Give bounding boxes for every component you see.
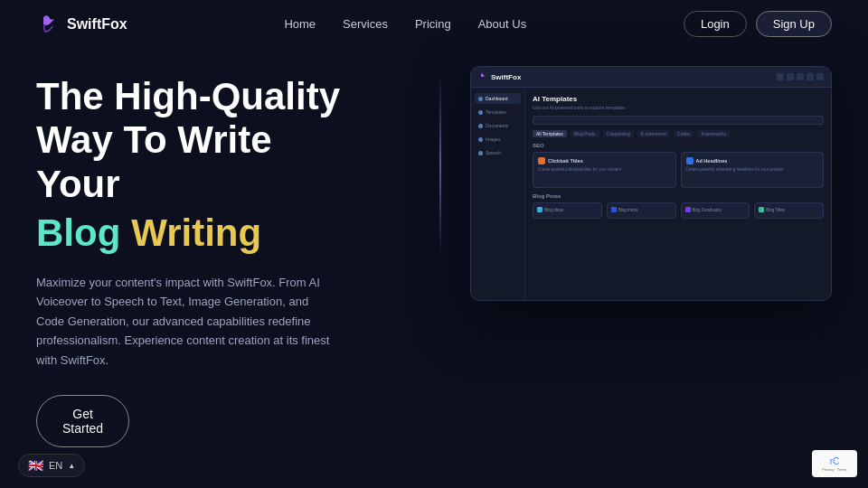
filter-tab-fw[interactable]: Frameworks xyxy=(697,130,730,137)
filter-tab-all[interactable]: All Templates xyxy=(533,130,567,137)
flag-icon: 🇬🇧 xyxy=(28,458,43,473)
sidebar-dot-1 xyxy=(478,97,483,101)
sidebar-dot-5 xyxy=(478,151,483,155)
card-blog-titles[interactable]: Blog Titles xyxy=(754,202,824,219)
topbar-icon-3 xyxy=(797,73,804,80)
app-cards-seo: Clickbait Titles Create powerful clickba… xyxy=(533,152,824,188)
blog-titles-top: Blog Titles xyxy=(759,207,819,212)
section-seo-label: SEO xyxy=(533,143,824,148)
word-blog: Blog xyxy=(36,211,120,255)
logo-text: SwiftFox xyxy=(67,16,127,33)
filter-tab-blog[interactable]: Blog Posts xyxy=(571,130,599,137)
blog-intros-icon xyxy=(611,207,617,212)
section-blog-label: Blog Posts xyxy=(533,193,824,199)
card-blog-intros[interactable]: Blog Intros xyxy=(607,202,676,219)
card-headlines-title: Ad Headlines xyxy=(696,158,728,164)
sidebar-item-dashboard[interactable]: Dashboard xyxy=(475,93,521,104)
topbar-icon-1 xyxy=(777,73,784,80)
app-logo-text: SwiftFox xyxy=(491,73,521,81)
card-clickbait-header: Clickbait Titles xyxy=(538,157,671,164)
app-bottom-row: Blog Ideas Blog Intros xyxy=(533,202,824,219)
card-clickbait-desc: Create powerful clickbait titles for you… xyxy=(538,167,671,173)
hero-title-line2: Way To Write xyxy=(36,118,272,161)
app-screenshot: SwiftFox Dashboard xyxy=(470,66,832,301)
hero-title: The High-Quality Way To Write Your xyxy=(36,75,452,206)
card-blog-conclusion[interactable]: Blog Conclusion xyxy=(681,202,750,219)
app-topbar: SwiftFox xyxy=(471,67,831,88)
lang-code: EN xyxy=(49,460,62,471)
nav-buttons: Login Sign Up xyxy=(684,11,832,37)
hero-animated: Blog Writing xyxy=(36,211,452,255)
hero-right: SwiftFox Dashboard xyxy=(470,66,832,301)
nav-home[interactable]: Home xyxy=(284,17,316,31)
hero-title-line1: The High-Quality xyxy=(36,75,340,117)
sidebar-label-2: Templates xyxy=(486,109,506,115)
nav-services[interactable]: Services xyxy=(343,17,388,31)
logo: SwiftFox xyxy=(36,12,127,37)
app-main-content: AI Templates Use our AI-powered tools to… xyxy=(525,88,831,299)
card-headlines-icon xyxy=(686,157,693,164)
card-clickbait-title: Clickbait Titles xyxy=(548,158,583,164)
filter-tab-ecom[interactable]: E-commerce xyxy=(637,130,670,137)
card-clickbait-icon xyxy=(538,157,545,164)
sidebar-label-4: Images xyxy=(486,136,500,142)
navigation: SwiftFox Home Services Pricing About Us … xyxy=(0,0,868,48)
blog-ideas-icon xyxy=(537,207,542,212)
card-headlines-desc: Create powerful advertising headlines fo… xyxy=(686,167,819,173)
card-headlines[interactable]: Ad Headlines Create powerful advertising… xyxy=(681,152,825,188)
hero-left: The High-Quality Way To Write Your Blog … xyxy=(36,75,470,447)
sidebar-item-speech[interactable]: Speech xyxy=(475,147,521,158)
sidebar-item-images[interactable]: Images xyxy=(475,134,521,145)
app-main-title: AI Templates xyxy=(533,95,824,103)
app-search-bar[interactable] xyxy=(533,116,824,125)
hero-divider xyxy=(439,75,441,256)
app-filter-tabs: All Templates Blog Posts Copywriting E-c… xyxy=(533,130,824,137)
chevron-icon: ▲ xyxy=(68,462,75,470)
sidebar-label-3: Documents xyxy=(486,123,508,128)
sidebar-dot-3 xyxy=(478,124,483,128)
app-topbar-icons xyxy=(777,73,824,80)
sidebar-item-templates[interactable]: Templates xyxy=(475,107,521,117)
sidebar-dot-4 xyxy=(478,137,483,142)
blog-titles-label: Blog Titles xyxy=(766,208,785,212)
topbar-icon-4 xyxy=(807,73,814,80)
language-selector[interactable]: 🇬🇧 EN ▲ xyxy=(18,454,85,477)
blog-intros-top: Blog Intros xyxy=(611,207,672,212)
word-writing: Writing xyxy=(131,211,261,255)
sidebar-label-5: Speech xyxy=(486,150,501,155)
topbar-icon-5 xyxy=(816,73,824,80)
filter-tab-codes[interactable]: Codes xyxy=(674,130,693,137)
blog-ideas-label: Blog Ideas xyxy=(544,208,563,212)
blog-conclusion-icon xyxy=(685,207,691,212)
blog-titles-icon xyxy=(759,207,764,212)
sidebar-label-1: Dashboard xyxy=(486,96,507,101)
login-button[interactable]: Login xyxy=(684,11,747,37)
nav-pricing[interactable]: Pricing xyxy=(415,17,451,31)
card-headlines-header: Ad Headlines xyxy=(686,157,819,164)
get-started-button[interactable]: GetStarted xyxy=(36,395,129,447)
filter-tab-copy[interactable]: Copywriting xyxy=(603,130,634,137)
app-logo: SwiftFox xyxy=(478,72,521,81)
recaptcha-text: Privacy · Terms xyxy=(822,467,846,472)
sidebar-dot-2 xyxy=(478,110,483,115)
app-body: Dashboard Templates Documents Images xyxy=(471,88,831,299)
sidebar-item-documents[interactable]: Documents xyxy=(475,120,521,131)
signup-button[interactable]: Sign Up xyxy=(756,11,832,37)
recaptcha-content: rC Privacy · Terms xyxy=(822,455,846,472)
nav-about[interactable]: About Us xyxy=(478,17,526,31)
nav-links: Home Services Pricing About Us xyxy=(284,17,526,31)
app-sidebar: Dashboard Templates Documents Images xyxy=(471,88,525,299)
card-clickbait[interactable]: Clickbait Titles Create powerful clickba… xyxy=(533,152,676,188)
blog-intros-label: Blog Intros xyxy=(618,208,638,212)
hero-section: The High-Quality Way To Write Your Blog … xyxy=(0,48,868,447)
blog-ideas-top: Blog Ideas xyxy=(537,207,598,212)
hero-description: Maximize your content's impact with Swif… xyxy=(36,273,335,370)
recaptcha-logo: rC xyxy=(822,455,846,467)
topbar-icon-2 xyxy=(787,73,794,80)
recaptcha-badge: rC Privacy · Terms xyxy=(812,450,857,477)
app-main-subtitle: Use our AI-powered tools to explore temp… xyxy=(533,105,824,110)
card-blog-ideas[interactable]: Blog Ideas xyxy=(533,202,602,219)
hero-title-line3: Your xyxy=(36,163,120,205)
blog-conclusion-label: Blog Conclusion xyxy=(693,208,722,212)
blog-conclusion-top: Blog Conclusion xyxy=(685,207,746,212)
